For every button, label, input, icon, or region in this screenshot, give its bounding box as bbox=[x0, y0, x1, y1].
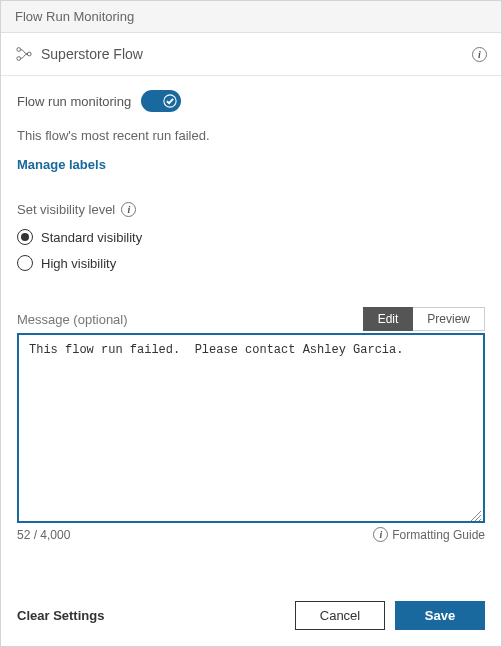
dialog-title: Flow Run Monitoring bbox=[15, 9, 134, 24]
status-text: This flow's most recent run failed. bbox=[17, 128, 485, 143]
message-header: Message (optional) Edit Preview bbox=[17, 307, 485, 331]
radio-standard-visibility[interactable]: Standard visibility bbox=[17, 229, 485, 245]
dialog-footer: Clear Settings Cancel Save bbox=[1, 585, 501, 646]
tab-edit[interactable]: Edit bbox=[363, 307, 414, 331]
tab-preview[interactable]: Preview bbox=[413, 307, 485, 331]
monitoring-toggle[interactable] bbox=[141, 90, 181, 112]
visibility-label: Set visibility level bbox=[17, 202, 115, 217]
radio-high-visibility[interactable]: High visibility bbox=[17, 255, 485, 271]
formatting-guide-link[interactable]: i Formatting Guide bbox=[373, 527, 485, 542]
check-icon bbox=[163, 94, 177, 108]
radio-input[interactable] bbox=[17, 229, 33, 245]
svg-point-0 bbox=[17, 48, 21, 52]
cancel-button[interactable]: Cancel bbox=[295, 601, 385, 630]
info-icon[interactable]: i bbox=[472, 47, 487, 62]
flow-icon bbox=[15, 45, 33, 63]
monitoring-toggle-row: Flow run monitoring bbox=[17, 90, 485, 112]
save-button[interactable]: Save bbox=[395, 601, 485, 630]
flow-subheader: Superstore Flow i bbox=[1, 33, 501, 76]
toggle-knob bbox=[161, 92, 179, 110]
visibility-label-row: Set visibility level i bbox=[17, 202, 485, 217]
radio-label: Standard visibility bbox=[41, 230, 142, 245]
radio-label: High visibility bbox=[41, 256, 116, 271]
clear-settings-button[interactable]: Clear Settings bbox=[17, 608, 104, 623]
message-label: Message (optional) bbox=[17, 312, 128, 327]
char-counter: 52 / 4,000 bbox=[17, 528, 70, 542]
svg-point-1 bbox=[17, 57, 21, 61]
monitoring-label: Flow run monitoring bbox=[17, 94, 131, 109]
info-icon: i bbox=[373, 527, 388, 542]
message-textarea[interactable] bbox=[19, 335, 483, 521]
message-footer-row: 52 / 4,000 i Formatting Guide bbox=[17, 527, 485, 542]
flow-identity: Superstore Flow bbox=[15, 45, 143, 63]
manage-labels-link[interactable]: Manage labels bbox=[17, 157, 485, 172]
radio-input[interactable] bbox=[17, 255, 33, 271]
flow-name: Superstore Flow bbox=[41, 46, 143, 62]
info-icon[interactable]: i bbox=[121, 202, 136, 217]
dialog-header: Flow Run Monitoring bbox=[1, 1, 501, 33]
formatting-guide-label: Formatting Guide bbox=[392, 528, 485, 542]
svg-point-2 bbox=[27, 52, 31, 56]
message-textarea-wrap bbox=[17, 333, 485, 523]
message-tabs: Edit Preview bbox=[363, 307, 485, 331]
